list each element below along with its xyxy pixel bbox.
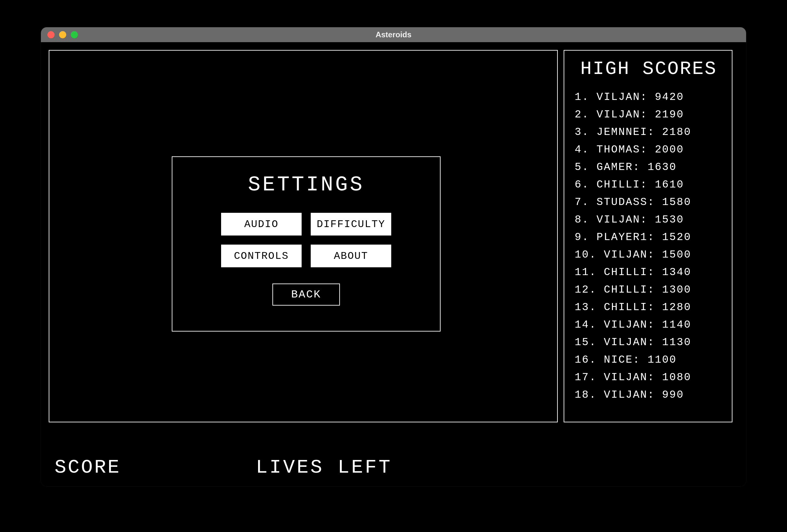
play-field: SETTINGS AUDIO DIFFICULTY CONTROLS ABOUT… [49, 50, 558, 422]
highscore-row: 2. VILJAN: 2190 [575, 109, 724, 121]
highscore-row: 16. NICE: 1100 [575, 354, 724, 366]
highscore-row: 13. CHILLI: 1280 [575, 301, 724, 313]
game-area: SETTINGS AUDIO DIFFICULTY CONTROLS ABOUT… [41, 42, 746, 486]
highscore-row: 1. VILJAN: 9420 [575, 91, 724, 103]
highscore-list: 1. VILJAN: 94202. VILJAN: 21903. JEMNNEI… [573, 91, 724, 401]
titlebar[interactable]: Asteroids [41, 27, 746, 42]
minimize-icon[interactable] [59, 31, 66, 38]
highscore-row: 9. PLAYER1: 1520 [575, 231, 724, 243]
lives-label: LIVES LEFT [256, 457, 392, 479]
settings-title: SETTINGS [248, 173, 364, 197]
close-icon[interactable] [47, 31, 55, 38]
app-window: Asteroids SETTINGS AUDIO DIFFICULTY CONT… [41, 27, 746, 486]
window-title: Asteroids [41, 30, 746, 39]
difficulty-button[interactable]: DIFFICULTY [311, 213, 391, 236]
highscore-row: 3. JEMNNEI: 2180 [575, 126, 724, 138]
settings-dialog: SETTINGS AUDIO DIFFICULTY CONTROLS ABOUT… [172, 156, 441, 332]
controls-button[interactable]: CONTROLS [221, 245, 302, 267]
highscore-row: 15. VILJAN: 1130 [575, 336, 724, 348]
fullscreen-icon[interactable] [71, 31, 78, 38]
footer: SCORE LIVES LEFT [41, 447, 746, 486]
highscore-row: 17. VILJAN: 1080 [575, 372, 724, 383]
highscore-row: 10. VILJAN: 1500 [575, 249, 724, 261]
highscore-panel: HIGH SCORES 1. VILJAN: 94202. VILJAN: 21… [563, 50, 732, 422]
traffic-lights [47, 31, 78, 38]
highscore-row: 12. CHILLI: 1300 [575, 284, 724, 296]
score-label: SCORE [55, 457, 121, 479]
highscore-row: 18. VILJAN: 990 [575, 389, 724, 401]
about-button[interactable]: ABOUT [311, 245, 391, 267]
highscore-row: 5. GAMER: 1630 [575, 161, 724, 173]
audio-button[interactable]: AUDIO [221, 213, 302, 236]
highscore-row: 11. CHILLI: 1340 [575, 266, 724, 278]
highscore-row: 7. STUDASS: 1580 [575, 196, 724, 208]
back-button[interactable]: BACK [272, 284, 340, 306]
highscore-row: 14. VILJAN: 1140 [575, 319, 724, 331]
settings-grid: AUDIO DIFFICULTY CONTROLS ABOUT [221, 213, 391, 267]
highscore-row: 8. VILJAN: 1530 [575, 214, 724, 226]
highscore-row: 4. THOMAS: 2000 [575, 144, 724, 156]
highscore-title: HIGH SCORES [573, 59, 724, 80]
highscore-row: 6. CHILLI: 1610 [575, 179, 724, 191]
